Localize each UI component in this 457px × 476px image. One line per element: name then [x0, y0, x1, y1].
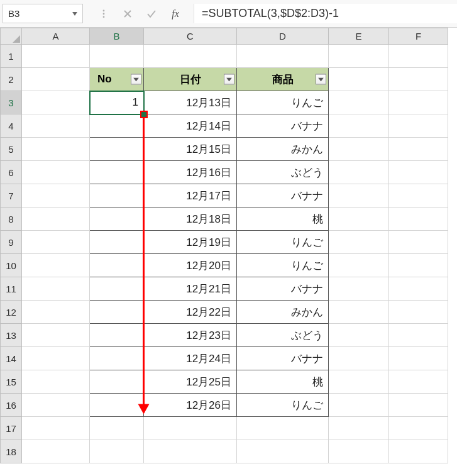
cell-F12[interactable] [389, 301, 448, 324]
col-header-E[interactable]: E [329, 28, 389, 45]
spreadsheet-grid[interactable]: A B C D E F 12No日付商品3112月13日りんご412月14日バナ… [0, 28, 457, 463]
cell-F18[interactable] [389, 440, 448, 463]
filter-button-d[interactable] [316, 74, 326, 85]
cell-B16[interactable] [90, 394, 144, 417]
cell-E6[interactable] [329, 161, 389, 184]
formula-expand-icon[interactable] [92, 4, 116, 23]
cell-B6[interactable] [90, 161, 144, 184]
cell-C5[interactable]: 12月15日 [144, 138, 237, 161]
cell-B1[interactable] [90, 45, 144, 68]
col-header-F[interactable]: F [389, 28, 448, 45]
cell-D14[interactable]: バナナ [237, 347, 329, 370]
cell-B5[interactable] [90, 138, 144, 161]
cell-C16[interactable]: 12月26日 [144, 394, 237, 417]
cell-A5[interactable] [22, 138, 90, 161]
cell-A4[interactable] [22, 114, 90, 138]
cell-A7[interactable] [22, 184, 90, 208]
cell-D13[interactable]: ぶどう [237, 324, 329, 347]
row-header-5[interactable]: 5 [1, 138, 22, 161]
cell-C1[interactable] [144, 45, 237, 68]
cell-F17[interactable] [389, 417, 448, 440]
cell-F2[interactable] [389, 68, 448, 91]
cell-E18[interactable] [329, 440, 389, 463]
cell-E13[interactable] [329, 324, 389, 347]
cell-D7[interactable]: バナナ [237, 184, 329, 208]
cell-E14[interactable] [329, 347, 389, 370]
cell-C7[interactable]: 12月17日 [144, 184, 237, 208]
cell-D4[interactable]: バナナ [237, 114, 329, 138]
cell-E3[interactable] [329, 91, 389, 114]
cell-E4[interactable] [329, 114, 389, 138]
cell-A18[interactable] [22, 440, 90, 463]
cell-B11[interactable] [90, 277, 144, 301]
cell-D11[interactable]: バナナ [237, 277, 329, 301]
cell-D9[interactable]: りんご [237, 231, 329, 254]
cell-C15[interactable]: 12月25日 [144, 370, 237, 394]
cell-B18[interactable] [90, 440, 144, 463]
cell-A13[interactable] [22, 324, 90, 347]
row-header-11[interactable]: 11 [1, 277, 22, 301]
cell-F1[interactable] [389, 45, 448, 68]
select-all-corner[interactable] [1, 28, 22, 45]
cell-D18[interactable] [237, 440, 329, 463]
cell-F3[interactable] [389, 91, 448, 114]
cell-C18[interactable] [144, 440, 237, 463]
cell-C2[interactable]: 日付 [144, 68, 237, 91]
row-header-14[interactable]: 14 [1, 347, 22, 370]
cell-D16[interactable]: りんご [237, 394, 329, 417]
cell-D2[interactable]: 商品 [237, 68, 329, 91]
cell-C9[interactable]: 12月19日 [144, 231, 237, 254]
cell-D17[interactable] [237, 417, 329, 440]
cell-B17[interactable] [90, 417, 144, 440]
cell-D3[interactable]: りんご [237, 91, 329, 114]
cell-B10[interactable] [90, 254, 144, 277]
cell-B13[interactable] [90, 324, 144, 347]
cell-B12[interactable] [90, 301, 144, 324]
cell-C17[interactable] [144, 417, 237, 440]
cell-E2[interactable] [329, 68, 389, 91]
row-header-16[interactable]: 16 [1, 394, 22, 417]
fx-button[interactable]: fx [163, 4, 187, 23]
row-header-10[interactable]: 10 [1, 254, 22, 277]
cell-E10[interactable] [329, 254, 389, 277]
cell-A11[interactable] [22, 277, 90, 301]
cell-C11[interactable]: 12月21日 [144, 277, 237, 301]
cell-E11[interactable] [329, 277, 389, 301]
col-header-B[interactable]: B [90, 28, 144, 45]
cell-A14[interactable] [22, 347, 90, 370]
cell-E5[interactable] [329, 138, 389, 161]
cell-A3[interactable] [22, 91, 90, 114]
cancel-formula-icon[interactable] [116, 4, 140, 23]
cell-C4[interactable]: 12月14日 [144, 114, 237, 138]
row-header-12[interactable]: 12 [1, 301, 22, 324]
row-header-15[interactable]: 15 [1, 370, 22, 394]
enter-formula-icon[interactable] [140, 4, 163, 23]
row-header-13[interactable]: 13 [1, 324, 22, 347]
cell-B4[interactable] [90, 114, 144, 138]
row-header-6[interactable]: 6 [1, 161, 22, 184]
cell-F10[interactable] [389, 254, 448, 277]
cell-A2[interactable] [22, 68, 90, 91]
cell-E9[interactable] [329, 231, 389, 254]
cell-B8[interactable] [90, 208, 144, 231]
cell-E1[interactable] [329, 45, 389, 68]
name-box-dropdown-icon[interactable] [72, 10, 77, 17]
col-header-C[interactable]: C [144, 28, 237, 45]
cell-A1[interactable] [22, 45, 90, 68]
cell-F9[interactable] [389, 231, 448, 254]
cell-C14[interactable]: 12月24日 [144, 347, 237, 370]
cell-F5[interactable] [389, 138, 448, 161]
cell-C13[interactable]: 12月23日 [144, 324, 237, 347]
cell-E15[interactable] [329, 370, 389, 394]
cell-E7[interactable] [329, 184, 389, 208]
cell-A15[interactable] [22, 370, 90, 394]
cell-F8[interactable] [389, 208, 448, 231]
cell-A6[interactable] [22, 161, 90, 184]
col-header-D[interactable]: D [237, 28, 329, 45]
row-header-7[interactable]: 7 [1, 184, 22, 208]
cell-D5[interactable]: みかん [237, 138, 329, 161]
cell-D1[interactable] [237, 45, 329, 68]
row-header-17[interactable]: 17 [1, 417, 22, 440]
row-header-4[interactable]: 4 [1, 114, 22, 138]
cell-F6[interactable] [389, 161, 448, 184]
